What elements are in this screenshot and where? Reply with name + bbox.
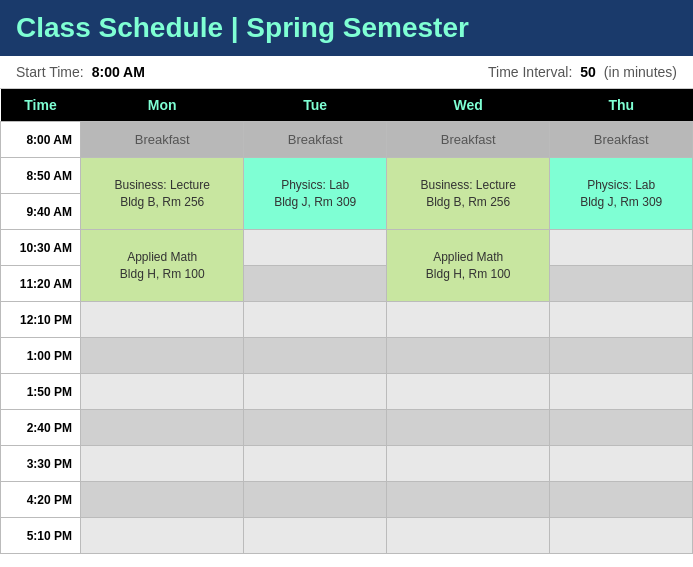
mon-empty xyxy=(81,410,244,446)
time-cell: 10:30 AM xyxy=(1,230,81,266)
table-row: 2:40 PM xyxy=(1,410,693,446)
thu-breakfast: Breakfast xyxy=(550,122,693,158)
wed-empty xyxy=(386,302,549,338)
thu-physics: Physics: LabBldg J, Rm 309 xyxy=(550,158,693,230)
table-row: 5:10 PM xyxy=(1,518,693,554)
time-cell: 9:40 AM xyxy=(1,194,81,230)
interval-value: 50 xyxy=(580,64,596,80)
table-row: 4:20 PM xyxy=(1,482,693,518)
mon-empty xyxy=(81,302,244,338)
thu-empty xyxy=(550,410,693,446)
wed-empty xyxy=(386,482,549,518)
wed-business: Business: LectureBldg B, Rm 256 xyxy=(386,158,549,230)
thu-empty xyxy=(550,518,693,554)
thu-empty xyxy=(550,446,693,482)
wed-empty xyxy=(386,410,549,446)
tue-empty xyxy=(244,266,387,302)
table-header-row: Time Mon Tue Wed Thu xyxy=(1,89,693,122)
time-cell: 2:40 PM xyxy=(1,410,81,446)
settings-bar: Start Time: 8:00 AM Time Interval: 50 (i… xyxy=(0,56,693,89)
interval-label: Time Interval: xyxy=(488,64,572,80)
table-row: 1:50 PM xyxy=(1,374,693,410)
wed-breakfast: Breakfast xyxy=(386,122,549,158)
tue-empty xyxy=(244,374,387,410)
wed-empty xyxy=(386,338,549,374)
thu-empty xyxy=(550,338,693,374)
mon-empty xyxy=(81,374,244,410)
time-cell: 8:00 AM xyxy=(1,122,81,158)
tue-empty xyxy=(244,482,387,518)
col-header-mon: Mon xyxy=(81,89,244,122)
tue-empty xyxy=(244,410,387,446)
thu-empty xyxy=(550,374,693,410)
thu-empty xyxy=(550,302,693,338)
col-header-thu: Thu xyxy=(550,89,693,122)
time-cell: 5:10 PM xyxy=(1,518,81,554)
mon-empty xyxy=(81,482,244,518)
wed-applied: Applied MathBldg H, Rm 100 xyxy=(386,230,549,302)
col-header-time: Time xyxy=(1,89,81,122)
mon-empty xyxy=(81,446,244,482)
mon-applied: Applied MathBldg H, Rm 100 xyxy=(81,230,244,302)
tue-empty xyxy=(244,302,387,338)
page-header: Class Schedule | Spring Semester xyxy=(0,0,693,56)
mon-empty xyxy=(81,518,244,554)
col-header-wed: Wed xyxy=(386,89,549,122)
table-row: 8:00 AM Breakfast Breakfast Breakfast Br… xyxy=(1,122,693,158)
page-title: Class Schedule | Spring Semester xyxy=(16,12,677,44)
mon-breakfast: Breakfast xyxy=(81,122,244,158)
time-cell: 3:30 PM xyxy=(1,446,81,482)
table-row: 12:10 PM xyxy=(1,302,693,338)
tue-physics: Physics: LabBldg J, Rm 309 xyxy=(244,158,387,230)
table-row: 10:30 AM Applied MathBldg H, Rm 100 Appl… xyxy=(1,230,693,266)
schedule-table: Time Mon Tue Wed Thu 8:00 AM Breakfast B… xyxy=(0,89,693,554)
thu-empty xyxy=(550,230,693,266)
tue-empty xyxy=(244,446,387,482)
table-row: 8:50 AM Business: LectureBldg B, Rm 256 … xyxy=(1,158,693,194)
tue-empty xyxy=(244,338,387,374)
time-cell: 8:50 AM xyxy=(1,158,81,194)
tue-empty xyxy=(244,230,387,266)
start-time-value: 8:00 AM xyxy=(92,64,145,80)
table-row: 3:30 PM xyxy=(1,446,693,482)
start-time-label: Start Time: xyxy=(16,64,84,80)
time-cell: 4:20 PM xyxy=(1,482,81,518)
tue-breakfast: Breakfast xyxy=(244,122,387,158)
wed-empty xyxy=(386,374,549,410)
time-cell: 12:10 PM xyxy=(1,302,81,338)
time-cell: 1:50 PM xyxy=(1,374,81,410)
mon-business: Business: LectureBldg B, Rm 256 xyxy=(81,158,244,230)
col-header-tue: Tue xyxy=(244,89,387,122)
thu-empty xyxy=(550,482,693,518)
table-row: 1:00 PM xyxy=(1,338,693,374)
time-cell: 11:20 AM xyxy=(1,266,81,302)
time-cell: 1:00 PM xyxy=(1,338,81,374)
interval-unit: (in minutes) xyxy=(604,64,677,80)
wed-empty xyxy=(386,518,549,554)
thu-empty xyxy=(550,266,693,302)
wed-empty xyxy=(386,446,549,482)
tue-empty xyxy=(244,518,387,554)
mon-empty xyxy=(81,338,244,374)
